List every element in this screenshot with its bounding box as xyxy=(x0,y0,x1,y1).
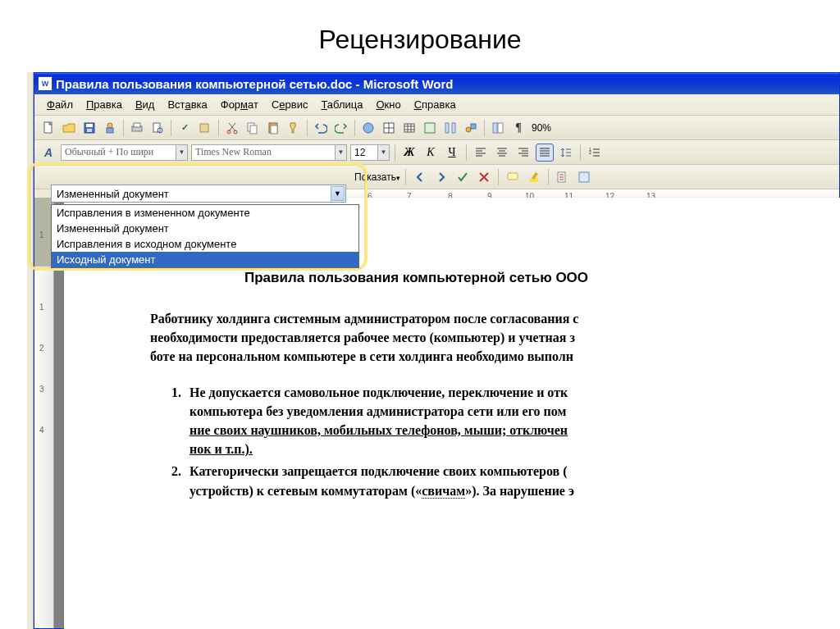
print-preview-icon[interactable] xyxy=(148,119,167,137)
separator xyxy=(405,169,406,185)
align-right-icon[interactable] xyxy=(514,144,532,162)
undo-icon[interactable] xyxy=(312,119,330,137)
screenshot: W Правила пользования компьютерной сетью… xyxy=(27,72,840,629)
svg-rect-19 xyxy=(404,124,414,132)
research-icon[interactable] xyxy=(196,119,214,137)
svg-rect-16 xyxy=(271,125,277,134)
insert-table-icon[interactable] xyxy=(400,119,418,137)
separator xyxy=(466,144,467,161)
style-value: Обычный + По шири xyxy=(65,146,153,158)
new-doc-icon[interactable] xyxy=(39,119,57,137)
separator xyxy=(548,169,549,185)
word-doc-icon: W xyxy=(38,76,52,91)
font-size-combo[interactable]: 12 ▼ xyxy=(350,144,390,161)
paste-icon[interactable] xyxy=(264,119,282,137)
doc-map-icon[interactable] xyxy=(489,119,507,137)
chevron-down-icon: ▼ xyxy=(176,145,187,160)
align-justify-icon[interactable] xyxy=(536,144,554,162)
columns-icon[interactable] xyxy=(441,119,459,137)
menu-edit[interactable]: Правка xyxy=(80,97,128,112)
dropdown-option[interactable]: Исправления в исходном документе xyxy=(52,236,358,252)
separator xyxy=(123,120,124,136)
styles-pane-icon[interactable]: A xyxy=(39,144,57,162)
print-icon[interactable] xyxy=(128,119,146,137)
formatting-toolbar: A Обычный + По шири ▼ Times New Roman ▼ … xyxy=(34,140,839,165)
document-heading: Правила пользования компьютерной сетью О… xyxy=(244,270,840,286)
chevron-down-icon[interactable]: ▼ xyxy=(331,186,345,201)
italic-button[interactable]: К xyxy=(422,144,440,162)
display-for-review-combo[interactable]: Измененный документ ▼ xyxy=(51,185,346,203)
menu-file[interactable]: Файл xyxy=(41,97,79,112)
accept-change-icon[interactable] xyxy=(454,168,472,186)
dropdown-option[interactable]: Измененный документ xyxy=(52,221,358,236)
separator xyxy=(484,120,485,136)
title-bar: W Правила пользования компьютерной сетью… xyxy=(34,73,839,94)
dropdown-option[interactable]: Исправления в измененном документе xyxy=(52,205,358,221)
slide-title: Рецензирование xyxy=(0,0,840,70)
review-view-callout: Измененный документ ▼ Исправления в изме… xyxy=(27,162,368,271)
menu-view[interactable]: Вид xyxy=(130,97,161,112)
separator xyxy=(498,169,499,185)
separator xyxy=(354,120,355,136)
new-comment-icon[interactable] xyxy=(504,168,522,186)
track-changes-icon[interactable] xyxy=(554,168,572,186)
svg-rect-8 xyxy=(153,123,160,132)
align-center-icon[interactable] xyxy=(493,144,511,162)
cut-icon[interactable] xyxy=(223,119,241,137)
svg-point-4 xyxy=(107,123,112,128)
reviewing-pane-icon[interactable] xyxy=(575,168,593,186)
tables-borders-icon[interactable] xyxy=(380,119,398,137)
font-value: Times New Roman xyxy=(195,146,272,158)
svg-rect-26 xyxy=(498,123,503,133)
menu-window[interactable]: Окно xyxy=(370,97,406,112)
svg-point-17 xyxy=(363,123,373,133)
drawing-icon[interactable] xyxy=(462,119,480,137)
format-painter-icon[interactable] xyxy=(285,119,303,137)
menu-insert[interactable]: Вставка xyxy=(162,97,212,112)
chevron-down-icon: ▼ xyxy=(335,145,346,160)
bold-button[interactable]: Ж xyxy=(400,144,418,162)
next-change-icon[interactable] xyxy=(432,168,450,186)
hyperlink-icon[interactable] xyxy=(359,119,377,137)
style-combo[interactable]: Обычный + По шири ▼ xyxy=(61,144,188,161)
permissions-icon[interactable] xyxy=(101,119,119,137)
zoom-combo[interactable]: 90% xyxy=(530,121,553,135)
list-item: Категорически запрещается подключение св… xyxy=(185,462,840,499)
font-size-value: 12 xyxy=(354,147,365,158)
svg-point-23 xyxy=(466,127,471,132)
redo-icon[interactable] xyxy=(332,119,350,137)
svg-rect-3 xyxy=(87,129,92,132)
line-spacing-icon[interactable] xyxy=(557,144,575,162)
align-left-icon[interactable] xyxy=(472,144,490,162)
separator xyxy=(171,120,171,136)
dropdown-option-selected[interactable]: Исходный документ xyxy=(52,252,358,267)
underline-button[interactable]: Ч xyxy=(443,144,461,162)
copy-icon[interactable] xyxy=(244,119,262,137)
font-combo[interactable]: Times New Roman ▼ xyxy=(191,144,347,161)
list-item: Не допускается самовольное подключение, … xyxy=(185,383,840,459)
window-title: Правила пользования компьютерной сетью.d… xyxy=(56,77,453,91)
svg-rect-24 xyxy=(471,124,476,129)
partial-task-pane xyxy=(27,72,34,629)
menu-table[interactable]: Таблица xyxy=(315,97,368,112)
svg-rect-22 xyxy=(452,123,455,133)
svg-rect-10 xyxy=(200,124,208,132)
show-hide-icon[interactable]: ¶ xyxy=(509,119,527,137)
highlight-icon[interactable] xyxy=(525,168,543,186)
numbered-list-icon[interactable]: 12 xyxy=(586,144,604,162)
menu-tools[interactable]: Сервис xyxy=(266,97,314,112)
reject-change-icon[interactable] xyxy=(475,168,493,186)
callout-highlight: Измененный документ ▼ Исправления в изме… xyxy=(27,162,368,271)
prev-change-icon[interactable] xyxy=(411,168,429,186)
open-icon[interactable] xyxy=(60,119,78,137)
word-window: W Правила пользования компьютерной сетью… xyxy=(34,72,840,629)
svg-text:2: 2 xyxy=(589,150,591,155)
svg-rect-5 xyxy=(107,128,113,133)
menu-help[interactable]: Справка xyxy=(409,97,462,112)
save-icon[interactable] xyxy=(80,119,98,137)
spellcheck-icon[interactable]: ✓ xyxy=(176,119,194,137)
document-list: Не допускается самовольное подключение, … xyxy=(185,383,840,500)
menu-format[interactable]: Формат xyxy=(215,97,264,112)
insert-excel-icon[interactable] xyxy=(421,119,439,137)
combo-value: Измененный документ xyxy=(57,188,169,200)
